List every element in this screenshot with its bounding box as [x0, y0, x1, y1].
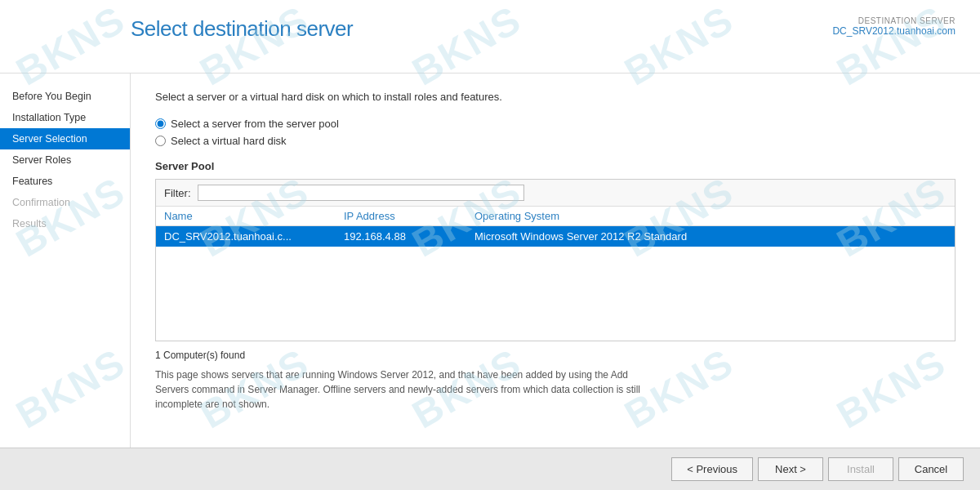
cell-name: DC_SRV2012.tuanhoai.c... [164, 230, 344, 243]
footer: < Previous Next > Install Cancel [0, 448, 980, 490]
radio-virtual-disk-label: Select a virtual hard disk [171, 135, 287, 147]
col-name[interactable]: Name [164, 210, 344, 222]
previous-button[interactable]: < Previous [671, 457, 753, 481]
content-area: Before You BeginInstallation TypeServer … [0, 74, 980, 448]
filter-label: Filter: [164, 187, 191, 199]
radio-server-pool-label: Select a server from the server pool [171, 118, 339, 130]
sidebar-item-before-you-begin[interactable]: Before You Begin [0, 86, 130, 107]
sidebar-item-installation-type[interactable]: Installation Type [0, 107, 130, 128]
sidebar-item-server-selection[interactable]: Server Selection [0, 128, 130, 149]
destination-server-info: DESTINATION SERVER DC_SRV2012.tuanhoai.c… [832, 16, 956, 37]
filter-row: Filter: [156, 180, 955, 207]
col-ip[interactable]: IP Address [344, 210, 474, 222]
info-text: This page shows servers that are running… [155, 368, 662, 412]
install-button[interactable]: Install [828, 457, 893, 481]
table-header: Name IP Address Operating System [156, 207, 955, 226]
col-os[interactable]: Operating System [474, 210, 947, 222]
radio-server-pool[interactable]: Select a server from the server pool [155, 118, 956, 130]
server-pool-container: Filter: Name IP Address Operating System… [155, 179, 956, 341]
page-title: Select destination server [131, 16, 353, 42]
header: Select destination server DESTINATION SE… [0, 0, 980, 74]
destination-server-label: DESTINATION SERVER [832, 16, 956, 25]
radio-server-pool-input[interactable] [155, 118, 166, 129]
sidebar-item-confirmation: Confirmation [0, 192, 130, 213]
cell-ip: 192.168.4.88 [344, 230, 474, 243]
radio-virtual-disk-input[interactable] [155, 136, 166, 146]
description-text: Select a server or a virtual hard disk o… [155, 90, 956, 105]
sidebar-item-features[interactable]: Features [0, 171, 130, 192]
server-pool-title: Server Pool [155, 160, 956, 172]
table-body: DC_SRV2012.tuanhoai.c... 192.168.4.88 Mi… [156, 226, 955, 341]
radio-group: Select a server from the server pool Sel… [155, 118, 956, 147]
sidebar-item-results: Results [0, 213, 130, 234]
main-container: Select destination server DESTINATION SE… [0, 0, 980, 490]
sidebar: Before You BeginInstallation TypeServer … [0, 74, 131, 448]
destination-server-hostname: DC_SRV2012.tuanhoai.com [832, 25, 956, 37]
computers-found: 1 Computer(s) found [155, 350, 956, 361]
next-button[interactable]: Next > [758, 457, 823, 481]
cancel-button[interactable]: Cancel [898, 457, 964, 481]
filter-input[interactable] [198, 185, 524, 201]
radio-virtual-disk[interactable]: Select a virtual hard disk [155, 135, 956, 147]
main-panel: Select a server or a virtual hard disk o… [131, 74, 980, 448]
cell-os: Microsoft Windows Server 2012 R2 Standar… [474, 230, 947, 243]
sidebar-item-server-roles[interactable]: Server Roles [0, 149, 130, 171]
table-row[interactable]: DC_SRV2012.tuanhoai.c... 192.168.4.88 Mi… [156, 226, 955, 247]
